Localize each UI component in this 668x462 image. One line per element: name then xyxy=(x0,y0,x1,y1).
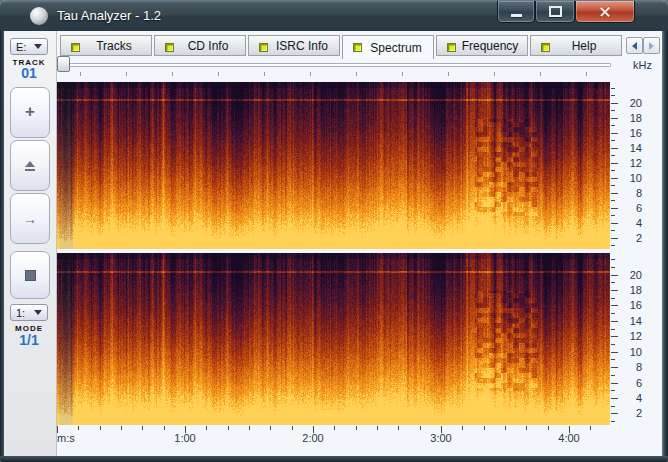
tab-help[interactable]: Help xyxy=(530,35,622,56)
freq-tick xyxy=(611,305,618,306)
stop-button[interactable] xyxy=(10,251,50,299)
tab-scroll-right-button[interactable] xyxy=(643,37,660,54)
tab-led-indicator xyxy=(353,43,362,52)
freq-tick-label: 6 xyxy=(620,377,642,389)
freq-tick xyxy=(611,367,618,368)
position-slider-thumb[interactable] xyxy=(57,56,70,72)
position-slider-track[interactable] xyxy=(58,63,611,67)
spectrogram-right-channel xyxy=(57,253,610,425)
freq-tick-label: 8 xyxy=(620,187,642,199)
window-border-right xyxy=(662,31,668,462)
tab-label: Tracks xyxy=(80,39,132,53)
freq-tick xyxy=(611,133,618,134)
title-bar[interactable]: Tau Analyzer - 1.2 xyxy=(0,0,668,32)
freq-tick xyxy=(611,215,615,216)
arrow-right-icon xyxy=(649,42,654,50)
add-button[interactable]: + xyxy=(10,87,50,138)
freq-tick xyxy=(611,238,618,239)
eject-icon xyxy=(24,161,36,171)
stop-icon xyxy=(25,270,36,281)
time-tick xyxy=(78,426,79,430)
chevron-down-icon xyxy=(34,310,42,315)
tab-led-indicator xyxy=(259,43,268,52)
freq-tick xyxy=(611,245,615,246)
freq-tick-label: 4 xyxy=(620,217,642,229)
next-button[interactable]: → xyxy=(10,193,50,244)
time-tick xyxy=(292,426,293,430)
time-tick xyxy=(121,426,122,430)
freq-tick xyxy=(611,140,615,141)
maximize-button[interactable] xyxy=(535,1,575,23)
time-tick xyxy=(505,426,506,430)
tab-label: Help xyxy=(556,39,597,53)
freq-tick xyxy=(611,230,615,231)
freq-tick xyxy=(611,352,618,353)
tab-spectrum[interactable]: Spectrum xyxy=(342,35,434,59)
time-tick xyxy=(249,426,250,430)
freq-tick xyxy=(611,103,618,104)
close-button[interactable] xyxy=(575,1,635,23)
window-title: Tau Analyzer - 1.2 xyxy=(57,8,161,23)
freq-tick-label: 8 xyxy=(620,361,642,373)
freq-tick xyxy=(611,290,618,291)
drive-select[interactable]: E: xyxy=(10,38,48,55)
eject-button[interactable] xyxy=(10,140,50,191)
tab-cd-info[interactable]: CD Info xyxy=(154,35,246,56)
freq-tick xyxy=(611,163,618,164)
freq-tick xyxy=(611,88,615,89)
freq-tick-label: 14 xyxy=(620,142,642,154)
time-tick xyxy=(548,426,549,430)
freq-tick-label: 14 xyxy=(620,315,642,327)
freq-tick-label: 18 xyxy=(620,112,642,124)
freq-tick xyxy=(611,282,615,283)
freq-tick-label: 16 xyxy=(620,299,642,311)
tab-tracks[interactable]: Tracks xyxy=(60,35,152,56)
freq-tick xyxy=(611,193,618,194)
freq-tick xyxy=(611,406,615,407)
time-axis-unit: m:s xyxy=(57,432,75,444)
frequency-axis-unit: kHz xyxy=(620,59,652,71)
tab-led-indicator xyxy=(447,43,456,52)
time-tick xyxy=(590,426,591,430)
freq-tick xyxy=(611,298,615,299)
tab-label: Spectrum xyxy=(354,41,421,55)
freq-tick xyxy=(611,375,615,376)
tab-isrc-info[interactable]: ISRC Info xyxy=(248,35,340,56)
time-tick xyxy=(142,426,143,430)
time-tick xyxy=(206,426,207,430)
freq-tick xyxy=(611,321,618,322)
freq-tick xyxy=(611,259,615,260)
time-tick xyxy=(398,426,399,430)
freq-tick-label: 2 xyxy=(620,232,642,244)
tab-frequency[interactable]: Frequency xyxy=(436,35,528,56)
freq-tick xyxy=(611,185,615,186)
freq-tick xyxy=(611,200,615,201)
tab-led-indicator xyxy=(541,43,550,52)
track-number: 01 xyxy=(4,65,54,81)
time-tick xyxy=(420,426,421,430)
time-tick-label: 2:00 xyxy=(302,432,323,444)
close-icon xyxy=(599,6,611,18)
maximize-icon xyxy=(549,6,562,17)
freq-tick-label: 10 xyxy=(620,172,642,184)
window-border-bottom xyxy=(0,456,668,462)
app-icon xyxy=(30,7,48,25)
minimize-button[interactable] xyxy=(497,1,535,23)
freq-tick-label: 6 xyxy=(620,202,642,214)
chevron-down-icon xyxy=(34,44,42,49)
time-tick xyxy=(228,426,229,430)
position-slider-ticks xyxy=(80,72,600,76)
freq-tick-label: 2 xyxy=(620,407,642,419)
freq-tick xyxy=(611,313,615,314)
freq-tick xyxy=(611,155,615,156)
time-tick xyxy=(100,426,101,430)
mode-select[interactable]: 1: xyxy=(10,304,48,321)
freq-tick xyxy=(611,208,618,209)
minimize-icon xyxy=(511,14,522,17)
tab-led-indicator xyxy=(165,43,174,52)
tab-scroll-left-button[interactable] xyxy=(626,37,643,54)
add-icon: + xyxy=(25,103,35,120)
freq-tick-label: 16 xyxy=(620,127,642,139)
time-tick-label: 3:00 xyxy=(430,432,451,444)
freq-tick xyxy=(611,148,618,149)
